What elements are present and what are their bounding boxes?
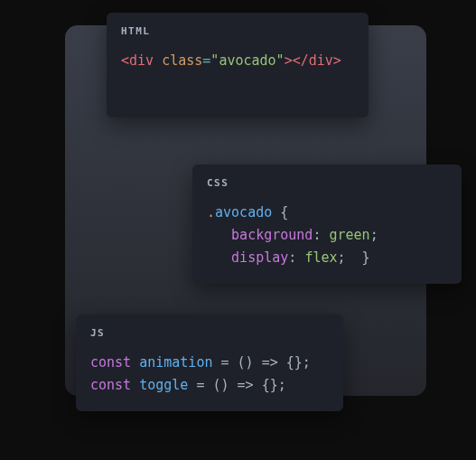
token-prop: background <box>231 227 313 243</box>
token-space <box>212 354 220 371</box>
token-string: avocado <box>219 52 275 69</box>
token-arrow-fn: () => {} <box>212 377 277 393</box>
token-semicolon: ; <box>278 377 286 393</box>
token-space <box>272 204 280 221</box>
token-quote: " <box>276 52 285 69</box>
token-space <box>346 249 362 266</box>
token-newline <box>207 227 231 243</box>
code-card-html: HTML <div class="avocado"></div> <box>107 13 369 117</box>
token-dot: . <box>207 204 215 221</box>
code-block-css: .avocado { background: green; display: f… <box>207 202 447 269</box>
token-tag: div <box>129 52 154 69</box>
token-space <box>154 52 162 69</box>
token-semicolon: ; <box>303 354 311 371</box>
token-keyword: const <box>90 377 131 393</box>
token-eq: = <box>221 354 229 371</box>
token-value: green <box>329 227 369 243</box>
code-card-js: JS const animation = () => {}; const tog… <box>76 314 343 411</box>
token-value: flex <box>304 249 337 266</box>
token-newline <box>207 249 231 266</box>
token-bracket: > <box>285 52 293 69</box>
token-identifier: toggle <box>139 377 188 393</box>
token-bracket: < <box>121 52 129 69</box>
token-colon: : <box>288 249 296 266</box>
token-bracket: > <box>333 52 341 69</box>
token-eq: = <box>202 52 210 69</box>
code-block-html: <div class="avocado"></div> <box>121 50 354 72</box>
code-card-css: CSS .avocado { background: green; displa… <box>192 164 462 284</box>
token-prop: display <box>231 249 288 266</box>
token-brace: { <box>280 204 288 221</box>
token-semicolon: ; <box>370 227 378 243</box>
token-space <box>131 377 139 393</box>
token-brace: } <box>362 249 370 266</box>
token-attr: class <box>162 52 202 69</box>
card-label-css: CSS <box>207 177 447 189</box>
token-selector: avocado <box>215 204 272 221</box>
card-label-js: JS <box>90 327 329 339</box>
card-label-html: HTML <box>121 25 354 37</box>
token-space <box>131 354 139 371</box>
token-keyword: const <box>90 354 131 371</box>
token-space <box>229 354 238 371</box>
token-arrow-fn: () => {} <box>238 354 303 371</box>
token-tag: div <box>309 52 333 69</box>
code-block-js: const animation = () => {}; const toggle… <box>90 352 329 397</box>
token-semicolon: ; <box>338 249 346 266</box>
token-bracket: </ <box>293 52 309 69</box>
token-identifier: animation <box>139 354 212 371</box>
